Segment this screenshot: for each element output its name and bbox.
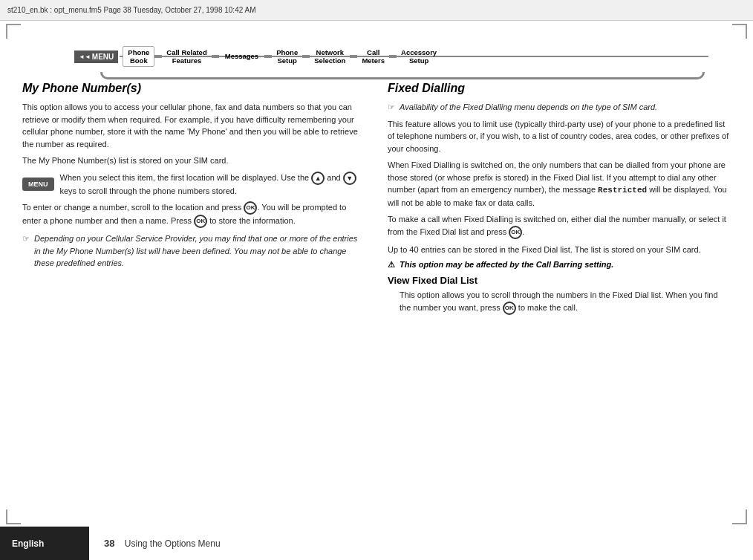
nav-connector-6 bbox=[389, 55, 397, 58]
corner-tl bbox=[6, 24, 21, 39]
nav-arc bbox=[100, 72, 705, 79]
header-bar: st210_en.bk : opt_menu.fm5 Page 38 Tuesd… bbox=[0, 0, 753, 21]
ok-button-3: OK bbox=[509, 226, 522, 239]
footer-page: 38 Using the Options Menu bbox=[89, 538, 221, 549]
left-para2: The My Phone Number(s) list is stored on… bbox=[22, 154, 365, 167]
sub-section-title: View Fixed Dial List bbox=[388, 275, 731, 286]
left-para4: To enter or change a number, scroll to t… bbox=[22, 201, 365, 228]
footer-page-text: Using the Options Menu bbox=[125, 538, 221, 549]
ok-button-2: OK bbox=[194, 215, 207, 228]
right-warning: This option may be affected by the Call … bbox=[388, 260, 731, 269]
footer: English 38 Using the Options Menu bbox=[0, 527, 753, 560]
header-title: st210_en.bk : opt_menu.fm5 Page 38 Tuesd… bbox=[7, 6, 255, 14]
content-area: My Phone Number(s) This option allows yo… bbox=[22, 82, 731, 519]
footer-language: English bbox=[0, 527, 89, 560]
up-key: ▲ bbox=[311, 172, 325, 185]
nav-menu: MENU PhoneBook Call RelatedFeatures Mess… bbox=[74, 41, 708, 72]
right-para4: Up to 40 entries can be stored in the Fi… bbox=[388, 244, 731, 256]
nav-connector-4 bbox=[302, 55, 310, 58]
menu-label[interactable]: MENU bbox=[74, 51, 118, 63]
left-para1: This option allows you to access your ce… bbox=[22, 101, 365, 150]
nav-connector-3 bbox=[264, 55, 272, 58]
nav-item-network-selection[interactable]: NetworkSelection bbox=[310, 47, 350, 67]
menu-button-area: MENU When you select this item, the firs… bbox=[22, 172, 365, 198]
corner-bl bbox=[6, 509, 21, 524]
right-para1: This feature allows you to limit use (ty… bbox=[388, 118, 731, 155]
left-para3: When you select this item, the first loc… bbox=[60, 172, 366, 198]
nav-connector-1 bbox=[154, 55, 162, 58]
footer-page-number: 38 bbox=[104, 538, 114, 549]
nav-item-call-meters[interactable]: CallMeters bbox=[357, 47, 389, 67]
nav-item-phone-setup[interactable]: PhoneSetup bbox=[272, 47, 302, 67]
ok-button-1: OK bbox=[244, 201, 257, 215]
left-section-title: My Phone Number(s) bbox=[22, 82, 365, 95]
left-column: My Phone Number(s) This option allows yo… bbox=[22, 82, 365, 519]
right-para3: To make a call when Fixed Dialling is sw… bbox=[388, 213, 731, 239]
down-key: ▼ bbox=[343, 172, 356, 185]
restricted-code: Restricted bbox=[598, 186, 647, 195]
nav-connector-2 bbox=[212, 55, 219, 58]
nav-connector-5 bbox=[350, 55, 357, 58]
nav-item-accessory-setup[interactable]: AccessorySetup bbox=[397, 47, 441, 67]
corner-br bbox=[732, 509, 747, 524]
sub-para: This option allows you to scroll through… bbox=[388, 289, 731, 315]
right-column: Fixed Dialling Availability of the Fixed… bbox=[388, 82, 731, 519]
right-section-title: Fixed Dialling bbox=[388, 82, 731, 95]
nav-item-phone-book[interactable]: PhoneBook bbox=[123, 46, 154, 68]
right-italic-note: Availability of the Fixed Dialling menu … bbox=[388, 101, 731, 114]
nav-item-call-related[interactable]: Call RelatedFeatures bbox=[162, 47, 211, 67]
nav-item-messages[interactable]: Messages bbox=[219, 51, 264, 62]
corner-tr bbox=[732, 24, 747, 39]
ok-button-4: OK bbox=[503, 302, 516, 315]
left-note: Depending on your Cellular Service Provi… bbox=[22, 232, 365, 270]
right-para2: When Fixed Dialling is switched on, the … bbox=[388, 159, 731, 209]
menu-button: MENU bbox=[22, 178, 54, 191]
